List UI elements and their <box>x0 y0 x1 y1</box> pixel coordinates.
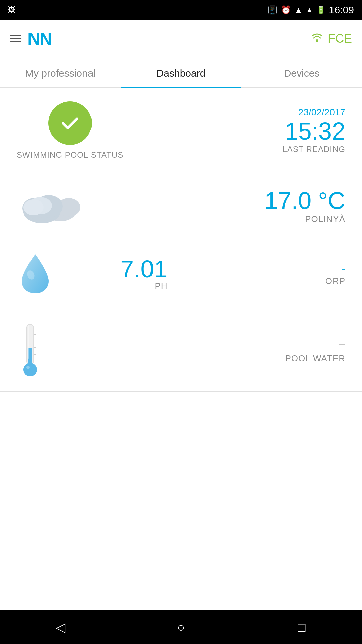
last-time: 15:32 <box>285 119 345 143</box>
orp-part: - ORP <box>178 250 362 299</box>
tab-my-professional[interactable]: My professional <box>0 57 121 87</box>
status-bar-right: 📳 ⏰ ▲ ▲ 🔋 16:09 <box>267 4 354 16</box>
ph-values: 7.01 pH <box>64 257 168 291</box>
last-date: 23/02/2017 <box>298 107 345 118</box>
thermometer-icon <box>17 321 44 379</box>
back-button[interactable]: ◁ <box>47 614 74 641</box>
pool-water-label: POOL WATER <box>285 353 346 364</box>
ph-value: 7.01 <box>120 257 167 281</box>
ph-orp-section: 7.01 pH - ORP <box>0 239 362 309</box>
wifi-icon: ▲ <box>294 5 302 15</box>
weather-section: 17.0 °C POLINYÀ <box>0 173 362 239</box>
pool-status-section: SWIMMING POOL STATUS 23/02/2017 15:32 LA… <box>0 88 362 173</box>
orp-label: ORP <box>325 276 345 286</box>
app-header: NN FCE <box>0 20 362 57</box>
photo-icon: 🖼 <box>8 6 15 14</box>
fce-label: FCE <box>328 32 352 46</box>
vibrate-icon: 📳 <box>267 5 278 15</box>
menu-button[interactable] <box>10 35 21 42</box>
swimming-pool-status-label: SWIMMING POOL STATUS <box>17 150 123 160</box>
tab-dashboard[interactable]: Dashboard <box>121 57 241 87</box>
bottom-nav: ◁ ○ □ <box>0 610 362 644</box>
status-bar: 🖼 📳 ⏰ ▲ ▲ 🔋 16:09 <box>0 0 362 20</box>
svg-point-7 <box>23 199 44 215</box>
cloud-icon <box>17 185 80 227</box>
water-drop-icon <box>17 252 54 297</box>
orp-value: - <box>341 262 345 276</box>
location-label: POLINYÀ <box>305 214 345 224</box>
temperature-value: 17.0 °C <box>264 189 345 213</box>
status-right: 23/02/2017 15:32 LAST READING <box>282 107 345 154</box>
pool-right: – POOL WATER <box>285 337 346 364</box>
last-reading-label: LAST READING <box>282 145 345 154</box>
svg-point-12 <box>25 364 36 375</box>
tab-devices[interactable]: Devices <box>241 57 362 87</box>
recents-button[interactable]: □ <box>288 614 315 641</box>
svg-point-17 <box>26 366 30 369</box>
home-button[interactable]: ○ <box>168 614 194 641</box>
header-right: FCE <box>310 31 352 47</box>
pool-status-icon <box>48 101 92 145</box>
pool-water-section: – POOL WATER <box>0 309 362 392</box>
signal-bars-icon: ▲ <box>306 6 313 14</box>
ph-part: 7.01 pH <box>0 239 178 309</box>
app-logo: NN <box>27 30 51 47</box>
fce-signal-icon <box>310 31 324 47</box>
tabs-container: My professional Dashboard Devices <box>0 57 362 88</box>
weather-right: 17.0 °C POLINYÀ <box>264 189 345 224</box>
status-bar-left: 🖼 <box>8 6 15 14</box>
header-left: NN <box>10 30 51 47</box>
svg-rect-18 <box>28 325 29 359</box>
status-left: SWIMMING POOL STATUS <box>17 101 123 160</box>
main-content: SWIMMING POOL STATUS 23/02/2017 15:32 LA… <box>0 88 362 610</box>
battery-icon: 🔋 <box>316 6 325 14</box>
svg-point-0 <box>316 39 318 42</box>
pool-water-value: – <box>339 337 345 351</box>
ph-label: pH <box>155 281 167 291</box>
clock-display: 16:09 <box>329 4 354 16</box>
alarm-icon: ⏰ <box>281 5 291 15</box>
